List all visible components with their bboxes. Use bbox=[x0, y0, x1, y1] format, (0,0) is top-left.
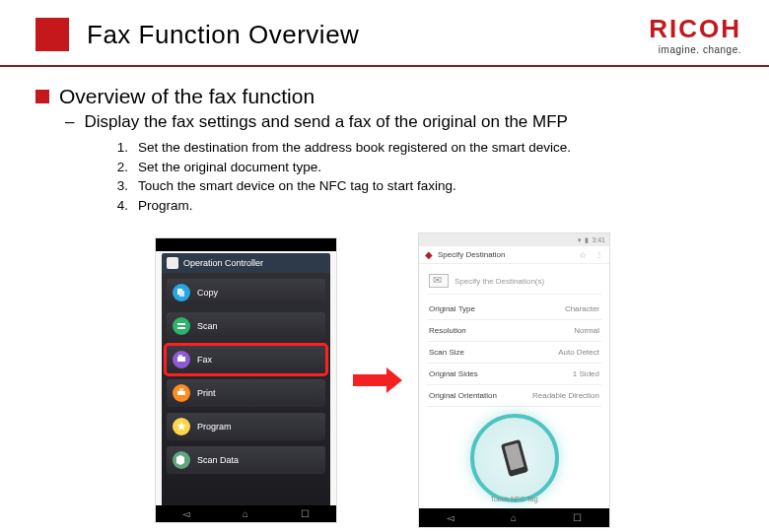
brand-logo: RICOH bbox=[649, 14, 741, 44]
nfc-circle-icon bbox=[470, 414, 559, 502]
step-text: Set the destination from the address boo… bbox=[138, 138, 571, 158]
slide-header: Fax Function Overview RICOH imagine. cha… bbox=[0, 0, 769, 67]
menu-item-label: Program bbox=[197, 422, 232, 432]
setting-row[interactable]: Original TypeCharacter bbox=[427, 299, 601, 320]
destination-placeholder: Specify the Destination(s) bbox=[454, 277, 544, 286]
step-text: Touch the smart device on the NFC tag to… bbox=[138, 176, 456, 196]
destination-field[interactable]: Specify the Destination(s) bbox=[427, 270, 601, 295]
step-item: 1.Set the destination from the address b… bbox=[114, 138, 730, 158]
overflow-icon[interactable]: ⋮ bbox=[595, 250, 603, 259]
right-device-screenshot: ▾▮3:41 ◆ Specify Destination ☆ ⋮ Specify… bbox=[418, 233, 610, 528]
menu-item-label: Fax bbox=[197, 355, 212, 365]
section-bullet-icon bbox=[35, 90, 49, 103]
steps-list: 1.Set the destination from the address b… bbox=[114, 138, 730, 215]
menu-item-fax[interactable]: Fax bbox=[167, 346, 325, 373]
step-text: Program. bbox=[138, 196, 193, 216]
settings-list: Original TypeCharacter ResolutionNormal … bbox=[419, 299, 609, 407]
nfc-caption: Touch NFC Tag bbox=[490, 496, 537, 502]
subsection-dash-icon: – bbox=[65, 112, 74, 132]
app-icon bbox=[167, 257, 178, 269]
scan-icon bbox=[173, 317, 190, 335]
header-left: Fax Function Overview bbox=[35, 18, 359, 51]
title-bullet-icon bbox=[35, 18, 69, 51]
svg-rect-5 bbox=[179, 388, 183, 391]
setting-row[interactable]: Original OrientationReadable Direction bbox=[427, 385, 601, 407]
brand-tagline: imagine. change. bbox=[649, 44, 741, 55]
nav-home-icon[interactable]: ⌂ bbox=[511, 512, 517, 523]
setting-row[interactable]: ResolutionNormal bbox=[427, 320, 601, 342]
android-navbar: ◅ ⌂ ☐ bbox=[419, 508, 609, 527]
app-icon: ◆ bbox=[425, 249, 433, 260]
print-icon bbox=[173, 384, 190, 402]
star-icon[interactable]: ☆ bbox=[579, 250, 587, 260]
svg-rect-3 bbox=[178, 355, 182, 357]
section-row: Overview of the fax function bbox=[35, 85, 730, 108]
menu-item-label: Scan Data bbox=[197, 455, 239, 465]
step-item: 4.Program. bbox=[114, 196, 730, 216]
step-text: Set the original document type. bbox=[138, 158, 321, 177]
android-navbar: ◅ ⌂ ☐ bbox=[156, 505, 336, 522]
left-app-header: Operation Controller bbox=[162, 253, 330, 273]
left-menu: Copy Scan Fax Print Program bbox=[162, 273, 330, 505]
addressbook-icon bbox=[429, 274, 449, 288]
nav-back-icon[interactable]: ◅ bbox=[447, 512, 454, 523]
svg-marker-6 bbox=[176, 422, 186, 431]
phone-icon bbox=[500, 439, 527, 477]
svg-rect-1 bbox=[179, 291, 184, 297]
copy-icon bbox=[173, 284, 190, 301]
menu-item-print[interactable]: Print bbox=[167, 379, 325, 407]
menu-item-label: Scan bbox=[197, 321, 218, 331]
statusbar: ▾▮3:41 bbox=[419, 233, 609, 246]
arrow-right-icon bbox=[353, 367, 402, 393]
brand-block: RICOH imagine. change. bbox=[649, 14, 741, 55]
subsection-row: – Display the fax settings and send a fa… bbox=[65, 112, 730, 132]
menu-item-program[interactable]: Program bbox=[167, 413, 325, 440]
fax-icon bbox=[173, 351, 190, 368]
section-heading: Overview of the fax function bbox=[59, 85, 315, 108]
menu-item-label: Print bbox=[197, 388, 216, 398]
left-device-screenshot: Operation Controller Copy Scan Fax bbox=[155, 237, 337, 523]
statusbar bbox=[156, 238, 336, 251]
step-item: 2.Set the original document type. bbox=[114, 158, 730, 177]
right-app-header: ◆ Specify Destination ☆ ⋮ bbox=[419, 246, 609, 264]
slide-title: Fax Function Overview bbox=[87, 20, 359, 50]
svg-rect-2 bbox=[177, 357, 185, 362]
step-item: 3.Touch the smart device on the NFC tag … bbox=[114, 176, 730, 196]
menu-item-label: Copy bbox=[197, 288, 218, 298]
setting-row[interactable]: Original Sides1 Sided bbox=[427, 364, 601, 385]
menu-item-scan[interactable]: Scan bbox=[167, 312, 325, 340]
nav-back-icon[interactable]: ◅ bbox=[182, 508, 190, 519]
nfc-tap-zone[interactable]: Touch NFC Tag bbox=[419, 407, 609, 508]
screenshots-row: Operation Controller Copy Scan Fax bbox=[35, 233, 730, 528]
left-app-title: Operation Controller bbox=[183, 258, 263, 268]
svg-rect-4 bbox=[177, 391, 185, 395]
slide-body: Overview of the fax function – Display t… bbox=[0, 67, 769, 528]
nav-home-icon[interactable]: ⌂ bbox=[243, 508, 248, 519]
program-icon bbox=[173, 418, 190, 435]
right-app-title: Specify Destination bbox=[438, 250, 505, 259]
menu-item-copy[interactable]: Copy bbox=[167, 279, 325, 306]
setting-row[interactable]: Scan SizeAuto Detect bbox=[427, 342, 601, 364]
scandata-icon bbox=[173, 451, 190, 469]
subsection-text: Display the fax settings and send a fax … bbox=[84, 112, 567, 132]
nav-recent-icon[interactable]: ☐ bbox=[301, 508, 310, 519]
menu-item-scandata[interactable]: Scan Data bbox=[167, 446, 325, 474]
nav-recent-icon[interactable]: ☐ bbox=[573, 512, 582, 523]
